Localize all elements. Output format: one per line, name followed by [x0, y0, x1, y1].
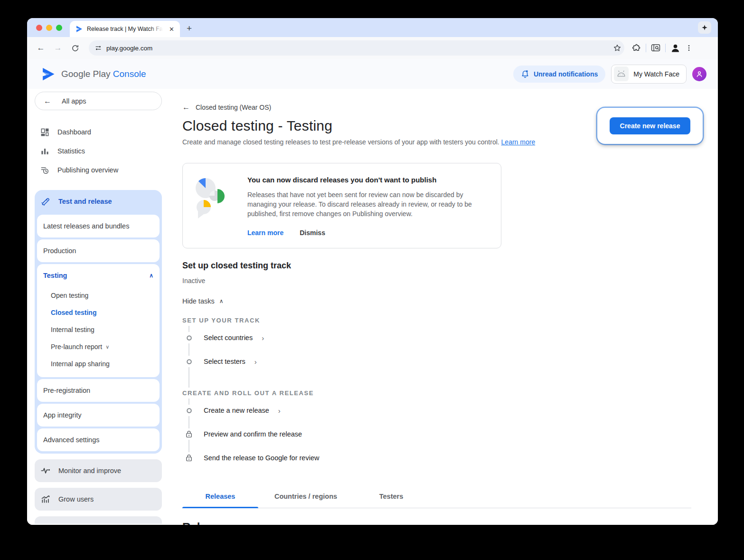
app-selector[interactable]: My Watch Face [611, 65, 687, 84]
browser-tab-strip: Release track | My Watch Fac ✕ + [27, 18, 718, 37]
back-arrow-icon[interactable]: ← [182, 103, 190, 112]
sidebar-item-monitor-and-improve[interactable]: Monitor and improve [35, 459, 162, 482]
sidebar-item-pre-launch-report[interactable]: Pre-launch report ∨ [37, 338, 160, 355]
discard-releases-banner: You can now discard releases you don't w… [182, 163, 501, 248]
main-content: Create new release ← Closed testing (Wea… [168, 89, 718, 525]
banner-text: You can now discard releases you don't w… [247, 176, 487, 237]
banner-learn-more-link[interactable]: Learn more [247, 229, 283, 237]
toolbar-separator [665, 44, 666, 52]
console-header-right: Unread notifications My Watch Face [513, 65, 706, 84]
sparkle-icon[interactable] [698, 21, 711, 34]
lock-icon [182, 452, 196, 464]
banner-body: Releases that have not yet been sent for… [247, 190, 487, 218]
sidebar-item-internal-testing[interactable]: Internal testing [37, 321, 160, 338]
banner-actions: Learn more Dismiss [247, 229, 487, 237]
reload-icon[interactable] [68, 41, 82, 55]
screenshot-canvas: Release track | My Watch Fac ✕ + ← → [0, 0, 744, 560]
browser-tab[interactable]: Release track | My Watch Fac ✕ [70, 21, 180, 37]
sidebar-item-label: Pre-launch report [51, 343, 102, 351]
sidebar-item-label: Dashboard [57, 128, 91, 136]
unread-notifications-label: Unread notifications [534, 70, 598, 78]
sidebar-item-latest-releases[interactable]: Latest releases and bundles [37, 215, 160, 237]
side-panel-search-icon[interactable] [651, 44, 660, 52]
banner-title: You can now discard releases you don't w… [247, 176, 487, 184]
account-avatar[interactable] [692, 67, 706, 81]
section-label-setup-track: SET UP YOUR TRACK [182, 315, 265, 326]
browser-menu-icon[interactable] [685, 44, 693, 52]
sidebar-item-label: Pre-registration [37, 379, 160, 402]
sidebar-item-partial[interactable] [35, 516, 162, 524]
all-apps-button[interactable]: ← All apps [35, 92, 162, 110]
step-select-countries[interactable]: Select countries › [182, 326, 691, 350]
step-select-testers[interactable]: Select testers › [182, 350, 691, 373]
sidebar-item-open-testing[interactable]: Open testing [37, 287, 160, 304]
sidebar-item-test-and-release[interactable]: Test and release [37, 190, 160, 213]
track-status: Inactive [182, 277, 691, 285]
sidebar-item-grow-users[interactable]: Grow users [35, 488, 162, 511]
sidebar-item-testing[interactable]: Testing ∧ [37, 264, 160, 287]
sidebar-item-dashboard[interactable]: Dashboard [35, 123, 162, 142]
brand-google-play: Google Play [61, 69, 111, 79]
sidebar-item-label: Closed testing [51, 309, 96, 316]
profile-icon[interactable] [670, 43, 680, 53]
sidebar-item-app-integrity[interactable]: App integrity [37, 404, 160, 427]
close-window-button[interactable] [36, 25, 42, 31]
sidebar-item-label: Internal testing [51, 326, 94, 333]
step-circle-icon [182, 356, 196, 367]
sidebar-item-label: Statistics [57, 147, 85, 155]
chevron-down-icon: ∨ [105, 344, 109, 350]
breadcrumb-label: Closed testing (Wear OS) [196, 104, 271, 111]
growth-chart-icon [41, 495, 50, 503]
hide-tasks-toggle[interactable]: Hide tasks ∧ [182, 297, 691, 305]
zoom-window-button[interactable] [56, 25, 62, 31]
sidebar-item-production[interactable]: Production [37, 239, 160, 262]
tab-countries-regions[interactable]: Countries / regions [258, 486, 353, 508]
step-create-new-release[interactable]: Create a new release › [182, 399, 691, 422]
forward-icon[interactable]: → [51, 41, 65, 55]
site-settings-icon[interactable] [94, 44, 102, 52]
sidebar-item-label: Internal app sharing [51, 360, 110, 368]
create-new-release-highlight: Create new release [597, 108, 703, 144]
sidebar-item-label: Latest releases and bundles [37, 215, 160, 237]
step-preview-confirm-release: Preview and confirm the release [182, 422, 691, 446]
hide-tasks-label: Hide tasks [182, 297, 215, 305]
sidebar-item-internal-app-sharing[interactable]: Internal app sharing [37, 355, 160, 372]
page-description-text: Create and manage closed testing release… [182, 138, 499, 146]
sidebar-item-advanced-settings[interactable]: Advanced settings [37, 428, 160, 451]
bookmark-star-icon[interactable] [613, 44, 622, 52]
testing-group-card: Testing ∧ Open testing Closed testing In… [37, 264, 160, 377]
back-icon[interactable]: ← [34, 41, 48, 55]
toolbar-separator [646, 44, 646, 52]
step-circle-icon [182, 405, 196, 416]
play-console-logo[interactable]: Google Play Console [41, 66, 146, 82]
toolbar-actions [632, 43, 693, 53]
sidebar-item-closed-testing[interactable]: Closed testing [37, 304, 160, 321]
tab-releases[interactable]: Releases [182, 486, 258, 508]
sidebar-item-label: Publishing overview [57, 166, 118, 174]
sidebar-item-label: Production [37, 239, 160, 262]
android-watch-icon [614, 66, 629, 81]
unread-notifications-button[interactable]: Unread notifications [513, 66, 605, 83]
back-arrow-icon: ← [44, 97, 51, 105]
address-bar[interactable]: play.google.com [89, 40, 624, 56]
banner-dismiss-button[interactable]: Dismiss [300, 229, 325, 237]
chevron-right-icon: › [262, 334, 264, 342]
tab-testers[interactable]: Testers [353, 486, 429, 508]
sidebar-item-statistics[interactable]: Statistics [35, 142, 162, 161]
minimize-window-button[interactable] [46, 25, 52, 31]
sidebar-item-publishing-overview[interactable]: Publishing overview [35, 161, 162, 180]
bar-chart-icon [40, 147, 49, 156]
brand-text: Google Play Console [61, 69, 146, 79]
url-text[interactable]: play.google.com [106, 45, 609, 52]
browser-window: Release track | My Watch Fac ✕ + ← → [27, 18, 718, 525]
browser-toolbar: ← → play.google.com [27, 37, 718, 59]
tab-close-icon[interactable]: ✕ [167, 25, 176, 34]
sidebar-item-label: Advanced settings [37, 428, 160, 451]
sidebar-item-pre-registration[interactable]: Pre-registration [37, 379, 160, 402]
description-learn-more-link[interactable]: Learn more [501, 138, 536, 146]
all-apps-label: All apps [62, 97, 86, 105]
create-new-release-button[interactable]: Create new release [610, 117, 691, 134]
new-tab-button[interactable]: + [187, 23, 192, 34]
extensions-icon[interactable] [632, 44, 641, 53]
sidebar: ← All apps Dashboard [27, 89, 168, 525]
